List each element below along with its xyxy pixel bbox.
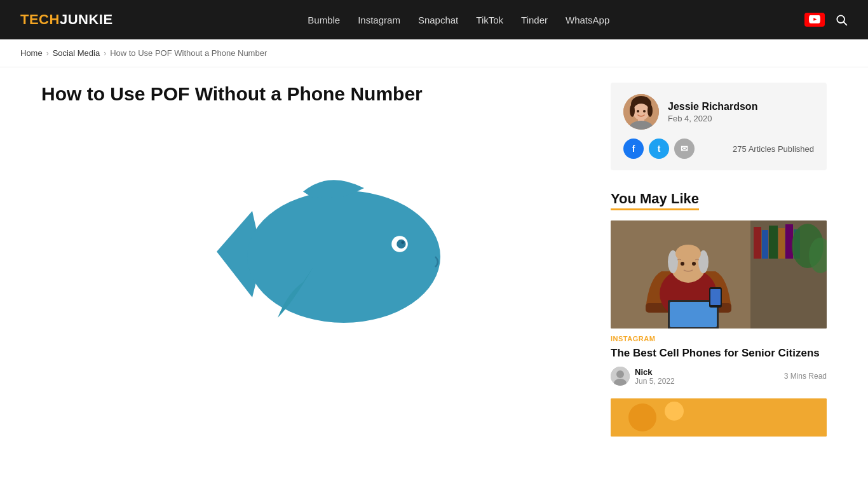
author-name: Jessie Richardson: [668, 101, 757, 112]
rec-image-svg: [611, 220, 827, 329]
nav-instagram[interactable]: Instagram: [358, 15, 400, 25]
breadcrumb-sep-2: ›: [104, 49, 106, 58]
svg-rect-20: [778, 228, 785, 259]
rec-read-time: 3 Mins Read: [784, 372, 827, 381]
site-logo[interactable]: TECHJUNKIE: [20, 11, 113, 28]
youtube-icon: [809, 15, 820, 24]
facebook-icon[interactable]: f: [623, 139, 644, 159]
author-card: Jessie Richardson Feb 4, 2020 f t ✉ 275 …: [611, 83, 827, 170]
you-may-like-title: You May Like: [611, 191, 699, 210]
breadcrumb-social-media[interactable]: Social Media: [53, 48, 100, 58]
social-icons: f t ✉: [623, 139, 695, 159]
breadcrumb-home[interactable]: Home: [20, 48, 43, 58]
header-right: [804, 13, 848, 27]
author-top: Jessie Richardson Feb 4, 2020: [623, 94, 814, 130]
you-may-like-section: You May Like: [611, 191, 827, 437]
svg-point-29: [681, 262, 684, 266]
author-avatar: [623, 94, 659, 130]
article-title: How to Use POF Without a Phone Number: [41, 83, 585, 105]
svg-rect-17: [754, 227, 761, 259]
email-icon[interactable]: ✉: [674, 139, 695, 159]
svg-line-1: [844, 22, 847, 25]
svg-point-2: [247, 191, 440, 323]
svg-rect-21: [785, 224, 793, 259]
author-date: Feb 4, 2020: [668, 114, 757, 123]
article-image: [186, 139, 440, 374]
svg-rect-19: [769, 226, 778, 259]
nav-snapchat[interactable]: Snapchat: [418, 15, 458, 25]
search-icon: [835, 13, 848, 26]
nav-bumble[interactable]: Bumble: [308, 15, 340, 25]
main-nav: Bumble Instagram Snapchat TikTok Tinder …: [308, 15, 609, 25]
svg-point-42: [665, 402, 684, 421]
rec-card-1-author: Nick Jun 5, 2022: [611, 367, 675, 386]
svg-rect-18: [762, 230, 768, 259]
articles-count: 275 Articles Published: [733, 144, 814, 154]
svg-point-8: [633, 104, 649, 120]
article-column: How to Use POF Without a Phone Number: [41, 83, 585, 449]
svg-point-4: [397, 240, 405, 248]
svg-point-38: [616, 370, 624, 378]
rec-card-2-svg: [611, 398, 827, 437]
site-header: TECHJUNKIE Bumble Instagram Snapchat Tik…: [0, 0, 868, 39]
rec-author-info: Nick Jun 5, 2022: [635, 367, 675, 386]
avatar-image: [623, 94, 659, 130]
svg-rect-34: [710, 289, 721, 305]
rec-avatar-svg: [611, 367, 630, 386]
rec-card-1-category: INSTAGRAM: [611, 335, 827, 342]
nav-whatsapp[interactable]: WhatsApp: [566, 15, 609, 25]
rec-author-avatar: [611, 367, 630, 386]
twitter-icon[interactable]: t: [649, 139, 669, 159]
svg-point-28: [675, 245, 701, 262]
nav-tinder[interactable]: Tinder: [521, 15, 548, 25]
svg-point-5: [401, 241, 404, 244]
rec-card-1[interactable]: INSTAGRAM The Best Cell Phones for Senio…: [611, 220, 827, 386]
svg-point-12: [648, 104, 653, 117]
breadcrumb: Home › Social Media › How to Use POF Wit…: [0, 39, 868, 67]
svg-point-41: [628, 403, 656, 431]
breadcrumb-current: How to Use POF Without a Phone Number: [110, 48, 267, 58]
search-button[interactable]: [835, 13, 848, 26]
rec-author-date: Jun 5, 2022: [635, 377, 675, 386]
svg-point-14: [643, 110, 646, 112]
rec-card-1-title: The Best Cell Phones for Senior Citizens: [611, 346, 827, 360]
logo-tech: TECH: [20, 11, 60, 28]
rec-card-1-meta: Nick Jun 5, 2022 3 Mins Read: [611, 367, 827, 386]
sidebar-column: Jessie Richardson Feb 4, 2020 f t ✉ 275 …: [611, 83, 827, 449]
article-image-container: [41, 123, 585, 390]
svg-point-11: [630, 104, 635, 117]
author-info: Jessie Richardson Feb 4, 2020: [668, 101, 757, 123]
rec-author-name: Nick: [635, 367, 675, 377]
nav-tiktok[interactable]: TikTok: [476, 15, 503, 25]
logo-junkie: JUNKIE: [60, 11, 113, 28]
rec-card-2-image: [611, 398, 827, 437]
author-bottom: f t ✉ 275 Articles Published: [623, 139, 814, 159]
main-layout: How to Use POF Without a Phone Number: [21, 67, 847, 464]
youtube-button[interactable]: [804, 13, 825, 27]
svg-point-30: [692, 262, 696, 266]
breadcrumb-sep-1: ›: [46, 49, 49, 58]
rec-card-1-image: [611, 220, 827, 329]
svg-point-13: [637, 110, 639, 112]
rec-card-2[interactable]: [611, 398, 827, 437]
